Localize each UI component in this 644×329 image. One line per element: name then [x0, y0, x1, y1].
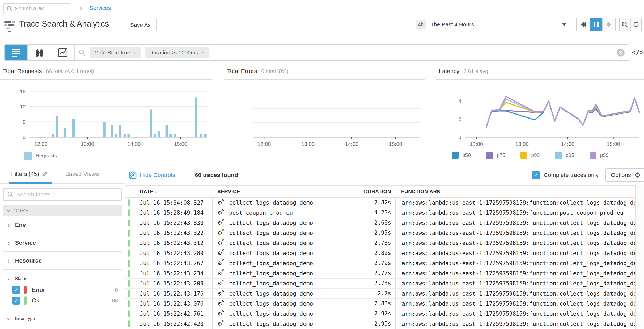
facet-search-box[interactable]	[3, 188, 122, 201]
trace-table: DATE ↓ SERVICE DURATION FUNCTION ARN Jul…	[125, 185, 643, 329]
page-title: Trace Search & Analytics	[19, 19, 109, 29]
facet-section-error-type[interactable]: ›Error Type	[3, 310, 122, 327]
active-tab-underline	[9, 182, 52, 184]
time-range-selector[interactable]: 4h The Past 4 Hours	[411, 18, 571, 31]
total-requests-panel: Total Requests 66 total (< 0.1 req/s) 05…	[0, 68, 212, 160]
legend-swatch	[555, 152, 562, 159]
bottom-section: Filters (45) Saved Views › CORE	[0, 165, 644, 329]
cell-service: ⚙⚙collect_logs_datadog_demo	[212, 279, 345, 288]
sort-desc-icon: ↓	[155, 189, 158, 194]
table-row[interactable]: Jul 16 15:22:43.312⚙⚙collect_logs_datado…	[125, 238, 643, 248]
zoom-out-button[interactable]	[620, 18, 630, 31]
table-row[interactable]: Jul 16 15:22:42.761⚙⚙collect_logs_datado…	[125, 309, 643, 319]
save-as-button[interactable]: Save As	[124, 19, 157, 31]
chevron-right-icon: ›	[7, 222, 10, 229]
query-filter-pill[interactable]: Cold Start:true×	[90, 47, 141, 58]
refresh-button[interactable]	[630, 18, 641, 31]
facet-value-label: Error	[32, 286, 45, 293]
errors-chart[interactable]: 12:0013:0014:0015:00	[224, 80, 425, 149]
legend-label: Requests	[36, 153, 57, 159]
legend-swatch	[590, 152, 596, 159]
table-row[interactable]: Jul 16 15:22:43.267⚙⚙collect_logs_datado…	[125, 258, 643, 268]
tab-saved-views[interactable]: Saved Views	[65, 171, 99, 178]
legend-item: p95	[555, 152, 574, 159]
apm-search-box[interactable]	[3, 3, 70, 14]
svg-text:14:00: 14:00	[127, 141, 141, 147]
tab-filters[interactable]: Filters (45)	[11, 165, 48, 183]
facet-section-env[interactable]: ›Env	[3, 216, 122, 234]
cell-date: Jul 16 15:34:08.327	[133, 200, 212, 206]
forward-button[interactable]	[602, 18, 615, 31]
errors-chart-title: Total Errors	[227, 68, 257, 75]
legend-item: p50	[452, 152, 471, 159]
code-view-icon[interactable]: </>	[632, 48, 644, 56]
list-view-button[interactable]	[5, 45, 28, 60]
facet-search-input[interactable]	[16, 191, 104, 198]
facet-status-header[interactable]: ›Status	[3, 273, 122, 285]
column-header-service[interactable]: SERVICE	[212, 189, 345, 195]
total-errors-panel: Total Errors 0 total (0%) 12:0013:0014:0…	[224, 68, 425, 150]
hide-controls-button[interactable]: Hide Controls	[129, 171, 175, 179]
table-row[interactable]: Jul 16 15:28:49.184⚙⚙post-coupon-prod-eu…	[125, 208, 643, 218]
clear-query-icon[interactable]: ✕	[617, 49, 625, 57]
latency-line-chart[interactable]: 02412:0013:0014:0015:00	[436, 80, 644, 149]
table-scrollbar[interactable]	[635, 185, 644, 329]
table-row[interactable]: Jul 16 15:22:43.076⚙⚙collect_logs_datado…	[125, 299, 643, 309]
table-row[interactable]: Jul 16 15:22:43.176⚙⚙collect_logs_datado…	[125, 289, 643, 299]
table-row[interactable]: Jul 16 15:22:43.289⚙⚙collect_logs_datado…	[125, 248, 643, 258]
gear-icon: ⚙	[635, 171, 641, 179]
trace-search-icon	[4, 20, 16, 32]
apm-search-input[interactable]	[15, 6, 63, 12]
column-header-date[interactable]: DATE ↓	[133, 189, 212, 195]
query-filter-pill[interactable]: Duration:>=1000ms×	[145, 47, 209, 58]
trace-inspect-button[interactable]	[28, 45, 51, 60]
chevron-down-icon: ›	[6, 278, 12, 280]
pause-button[interactable]	[590, 18, 602, 31]
filter-pill-label: Duration:>=1000ms	[149, 49, 198, 56]
table-row[interactable]: Jul 16 15:34:08.327⚙⚙collect_logs_datado…	[125, 198, 643, 208]
table-row[interactable]: Jul 16 15:22:42.420⚙⚙collect_logs_datado…	[125, 319, 643, 329]
cell-duration: 2.83s	[345, 299, 395, 309]
table-row[interactable]: Jul 16 15:22:43.322⚙⚙collect_logs_datado…	[125, 228, 643, 238]
remove-filter-icon[interactable]: ×	[201, 50, 204, 56]
requests-legend: Requests	[0, 152, 212, 160]
remove-filter-icon[interactable]: ×	[133, 50, 136, 56]
requests-bar-chart[interactable]: 05101512:0013:0014:0015:00	[0, 80, 212, 149]
controls-separator	[185, 171, 185, 180]
cell-function-arn: arn:aws:lambda:us-east-1:172597598159:fu…	[395, 238, 643, 248]
svg-text:12:00: 12:00	[257, 141, 271, 147]
lambda-gears-icon: ⚙⚙	[218, 300, 226, 308]
complete-traces-checkbox[interactable]: ✓	[532, 171, 540, 179]
service-name: collect_logs_datadog_demo	[229, 230, 313, 236]
status-ok-bar	[128, 220, 130, 226]
cell-function-arn: arn:aws:lambda:us-east-1:172597598159:fu…	[395, 299, 643, 309]
traces-column: Hide Controls 66 traces found ✓ Complete…	[125, 165, 644, 329]
column-header-duration[interactable]: DURATION	[345, 186, 395, 197]
cell-function-arn: arn:aws:lambda:us-east-1:172597598159:fu…	[395, 309, 643, 319]
pencil-icon[interactable]	[42, 171, 48, 177]
query-input-area[interactable]: Cold Start:true×Duration:>=1000ms× ✕	[75, 45, 629, 60]
table-row[interactable]: Jul 16 15:22:43.234⚙⚙collect_logs_datado…	[125, 268, 643, 279]
svg-text:15:00: 15:00	[389, 141, 402, 147]
cell-date: Jul 16 15:22:43.209	[133, 280, 212, 287]
facet-group-core[interactable]: › CORE	[3, 205, 122, 216]
facet-section-label: Error Type	[15, 316, 35, 321]
facet-section-resource[interactable]: ›Resource	[3, 252, 122, 270]
service-name: collect_logs_datadog_demo	[229, 270, 313, 277]
breadcrumb-services-link[interactable]: Services	[90, 5, 111, 11]
facet-checkbox[interactable]: ✓	[12, 286, 20, 294]
cell-function-arn: arn:aws:lambda:us-east-1:172597598159:fu…	[395, 228, 643, 238]
service-name: collect_logs_datadog_demo	[229, 290, 313, 297]
service-name: collect_logs_datadog_demo	[229, 280, 313, 287]
table-row[interactable]: Jul 16 15:22:43.209⚙⚙collect_logs_datado…	[125, 279, 643, 289]
rewind-button[interactable]	[577, 18, 590, 31]
table-row[interactable]: Jul 16 15:22:43.830⚙⚙collect_logs_datado…	[125, 218, 643, 228]
analytics-view-button[interactable]	[51, 45, 75, 60]
column-header-function-arn[interactable]: FUNCTION ARN	[395, 189, 643, 195]
lambda-gears-icon: ⚙⚙	[218, 269, 226, 277]
cell-function-arn: arn:aws:lambda:us-east-1:172597598159:fu…	[395, 279, 643, 288]
facet-checkbox[interactable]: ✓	[12, 297, 20, 305]
facet-section-service[interactable]: ›Service	[3, 234, 122, 252]
cell-duration: 2.73s	[345, 238, 395, 248]
options-button[interactable]: Options ⚙	[605, 168, 644, 182]
